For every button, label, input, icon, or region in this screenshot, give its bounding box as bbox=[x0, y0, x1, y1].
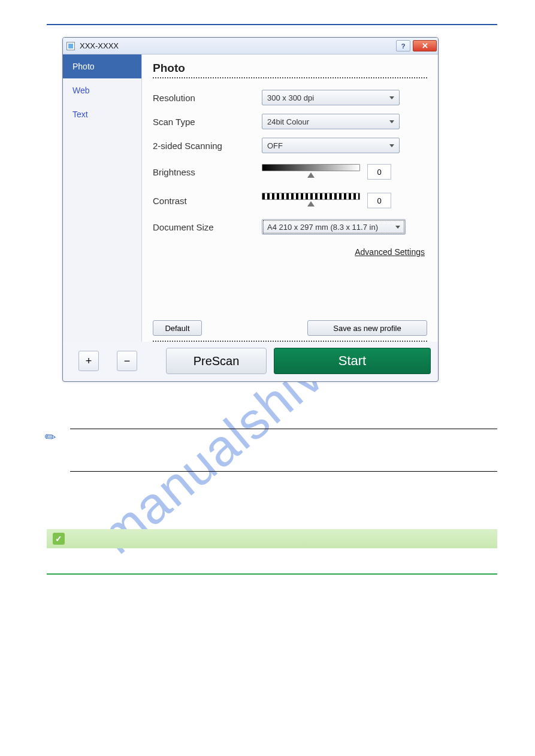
sidebar-item-photo[interactable]: Photo bbox=[63, 54, 141, 78]
help-button[interactable]: ? bbox=[396, 40, 410, 51]
two-sided-label: 2-sided Scanning bbox=[153, 141, 262, 151]
green-rule bbox=[47, 573, 497, 575]
chevron-down-icon bbox=[395, 226, 400, 229]
advanced-settings-link[interactable]: Advanced Settings bbox=[153, 247, 427, 257]
prescan-button[interactable]: PreScan bbox=[166, 348, 267, 374]
titlebar: XXX-XXXX ? ✕ bbox=[63, 38, 438, 54]
sidebar: Photo Web Text bbox=[63, 54, 142, 342]
doc-size-value: A4 210 x 297 mm (8.3 x 11.7 in) bbox=[267, 223, 378, 232]
sidebar-item-web[interactable]: Web bbox=[63, 78, 141, 102]
save-profile-button[interactable]: Save as new profile bbox=[307, 320, 427, 336]
section-title: Photo bbox=[153, 62, 427, 75]
two-sided-dropdown[interactable]: OFF bbox=[262, 138, 400, 153]
two-sided-value: OFF bbox=[267, 141, 283, 150]
contrast-value[interactable]: 0 bbox=[367, 193, 391, 208]
resolution-label: Resolution bbox=[153, 93, 262, 103]
contrast-slider[interactable] bbox=[262, 193, 360, 208]
brightness-slider[interactable] bbox=[262, 164, 360, 180]
scan-type-label: Scan Type bbox=[153, 117, 262, 127]
check-icon: ✓ bbox=[53, 533, 65, 545]
resolution-value: 300 x 300 dpi bbox=[267, 93, 314, 102]
start-button[interactable]: Start bbox=[274, 348, 431, 374]
main-panel: Photo Resolution 300 x 300 dpi Scan Type bbox=[142, 54, 438, 342]
info-bar: ✓ bbox=[47, 529, 497, 548]
footer-divider bbox=[153, 341, 427, 342]
resolution-dropdown[interactable]: 300 x 300 dpi bbox=[262, 90, 400, 105]
slider-thumb-icon bbox=[307, 201, 315, 207]
brightness-label: Brightness bbox=[153, 167, 262, 177]
scanner-dialog: XXX-XXXX ? ✕ Photo Web Text Photo Resolu… bbox=[62, 37, 439, 382]
note-box: ✎ bbox=[47, 429, 497, 472]
top-rule bbox=[47, 24, 497, 25]
dialog-footer: + − PreScan Start bbox=[63, 342, 438, 381]
brightness-value[interactable]: 0 bbox=[367, 164, 391, 180]
slider-thumb-icon bbox=[307, 172, 315, 178]
chevron-down-icon bbox=[389, 120, 394, 123]
close-button[interactable]: ✕ bbox=[413, 40, 437, 51]
doc-size-label: Document Size bbox=[153, 222, 262, 232]
default-button[interactable]: Default bbox=[153, 320, 202, 336]
scan-type-dropdown[interactable]: 24bit Colour bbox=[262, 114, 400, 129]
chevron-down-icon bbox=[389, 96, 394, 99]
contrast-label: Contrast bbox=[153, 196, 262, 206]
chevron-down-icon bbox=[389, 144, 394, 147]
scan-type-value: 24bit Colour bbox=[267, 117, 309, 126]
add-profile-button[interactable]: + bbox=[78, 351, 99, 371]
doc-size-dropdown[interactable]: A4 210 x 297 mm (8.3 x 11.7 in) bbox=[262, 219, 406, 235]
window-title: XXX-XXXX bbox=[80, 41, 119, 50]
app-icon bbox=[67, 42, 75, 50]
remove-profile-button[interactable]: − bbox=[117, 351, 137, 371]
sidebar-item-text[interactable]: Text bbox=[63, 102, 141, 126]
section-divider bbox=[153, 77, 427, 78]
